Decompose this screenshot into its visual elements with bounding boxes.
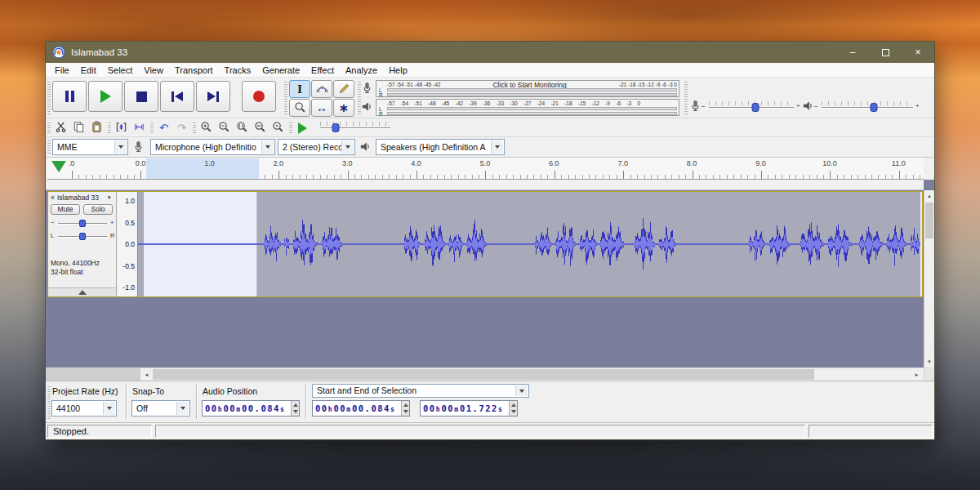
spinner-control[interactable] (291, 401, 299, 416)
stop-button[interactable] (124, 81, 158, 112)
silence-audio-button[interactable] (131, 120, 148, 136)
scroll-up-button[interactable]: ▲ (924, 190, 934, 202)
menu-item[interactable]: View (138, 65, 169, 75)
draw-tool-button[interactable] (333, 80, 354, 98)
undo-button[interactable]: ↶ (155, 120, 172, 136)
slider-thumb[interactable] (332, 123, 339, 132)
hours-value[interactable]: 00 (423, 403, 436, 413)
fit-project-button[interactable] (252, 120, 269, 136)
project-rate-select[interactable]: 44100 (51, 400, 117, 416)
spinner-control[interactable] (509, 401, 517, 416)
scroll-left-button[interactable]: ◄ (140, 368, 153, 381)
horizontal-scroll-thumb[interactable] (153, 369, 814, 380)
title-bar[interactable]: Islamabad 33 – × (46, 42, 934, 63)
track-title[interactable]: Islamabad 33 (57, 194, 108, 202)
minutes-value[interactable]: 00 (441, 403, 454, 413)
pause-button[interactable] (52, 81, 87, 112)
hours-value[interactable]: 00 (315, 403, 328, 413)
vertical-scroll-thumb[interactable] (925, 203, 933, 238)
seconds-value[interactable]: 01.722 (460, 403, 498, 413)
selection-end-field[interactable]: 00h 00m 01.722s (420, 400, 518, 416)
toolbar-grip[interactable] (108, 122, 111, 133)
play-at-speed-button[interactable] (294, 120, 311, 136)
seconds-value[interactable]: 00.084 (352, 403, 390, 413)
toolbar-grip[interactable] (284, 81, 287, 114)
skip-to-start-button[interactable] (160, 81, 194, 112)
maximize-button[interactable] (869, 42, 902, 63)
menu-item[interactable]: Generate (256, 65, 305, 75)
paste-button[interactable] (88, 120, 105, 136)
zoom-out-button[interactable] (216, 120, 233, 136)
toolbar-grip[interactable] (47, 140, 51, 154)
close-button[interactable]: × (902, 42, 934, 63)
toolbar-grip[interactable] (289, 122, 292, 133)
play-speed-slider[interactable] (320, 121, 390, 132)
playback-meter[interactable]: -57 -54 -51 -48 -45 -42 -39 -36 -33 -30 … (376, 99, 679, 116)
menu-item[interactable]: Tracks (219, 65, 257, 75)
track-collapse-button[interactable] (48, 287, 116, 296)
recording-volume-slider[interactable] (709, 100, 794, 112)
scroll-right-button[interactable]: ► (911, 368, 923, 381)
slider-thumb[interactable] (79, 233, 86, 240)
play-button[interactable] (88, 81, 122, 112)
minutes-value[interactable]: 00 (223, 403, 236, 413)
monitor-label[interactable]: Click to Start Monitoring (492, 82, 566, 88)
zoom-in-button[interactable] (198, 120, 215, 136)
audio-host-select[interactable]: MME (52, 139, 128, 155)
recording-channels-select[interactable]: 2 (Stereo) Recor (278, 139, 355, 155)
selection-mode-select[interactable]: Start and End of Selection (312, 384, 529, 398)
zoom-toggle-button[interactable] (270, 120, 287, 136)
scrub-ruler[interactable] (46, 180, 924, 190)
toolbar-grip[interactable] (684, 81, 688, 114)
seconds-value[interactable]: 00.084 (242, 403, 280, 413)
minutes-value[interactable]: 00 (333, 403, 346, 413)
gain-slider[interactable] (58, 218, 107, 228)
toolbar-grip[interactable] (150, 122, 154, 133)
multi-tool-button[interactable]: ∗ (333, 99, 354, 117)
menu-item[interactable]: File (49, 65, 75, 75)
playback-device-select[interactable]: Speakers (High Definition A (376, 139, 505, 155)
menu-item[interactable]: Select (102, 65, 139, 75)
menu-item[interactable]: Help (383, 65, 413, 75)
zoom-tool-button[interactable] (289, 99, 310, 117)
record-button[interactable] (242, 81, 276, 112)
spinner-control[interactable] (401, 401, 409, 416)
selection-tool-button[interactable]: I (289, 80, 310, 98)
menu-item[interactable]: Edit (75, 65, 102, 75)
redo-button[interactable]: ↷ (173, 120, 190, 136)
menu-item[interactable]: Transport (169, 65, 219, 75)
minimize-button[interactable]: – (836, 42, 869, 63)
selection-start-field[interactable]: 00h 00m 00.084s (312, 400, 410, 416)
horizontal-scrollbar[interactable]: ◄ ► (46, 368, 934, 381)
playback-volume-slider[interactable] (822, 100, 913, 112)
pan-slider[interactable] (58, 231, 107, 241)
menu-item[interactable]: Analyze (340, 65, 383, 75)
toolbar-grip[interactable] (193, 122, 196, 133)
scroll-down-button[interactable]: ▼ (924, 356, 934, 368)
snap-to-select[interactable]: Off (131, 400, 190, 416)
solo-button[interactable]: Solo (83, 204, 113, 215)
track-close-icon[interactable]: × (48, 194, 57, 202)
hours-value[interactable]: 00 (205, 403, 218, 413)
mute-button[interactable]: Mute (51, 204, 80, 215)
fit-selection-button[interactable] (234, 120, 251, 136)
slider-thumb[interactable] (870, 103, 877, 112)
recording-meter[interactable]: -57 -54 -51 -48 -45 -42 Click to Start M… (376, 80, 679, 97)
time-shift-tool-button[interactable]: ↔ (311, 99, 332, 117)
skip-to-end-button[interactable] (196, 81, 230, 112)
copy-button[interactable] (70, 120, 87, 136)
toolbar-grip[interactable] (47, 81, 51, 114)
pinned-play-head-icon[interactable] (51, 161, 66, 172)
trim-audio-button[interactable] (113, 120, 130, 136)
slider-thumb[interactable] (752, 103, 760, 112)
recording-device-select[interactable]: Microphone (High Definitio (150, 139, 275, 155)
toolbar-grip[interactable] (47, 122, 51, 133)
menu-item[interactable]: Effect (305, 65, 340, 75)
slider-thumb[interactable] (79, 220, 86, 227)
toolbar-grip[interactable] (47, 385, 51, 419)
track-menu-icon[interactable]: ▾ (108, 194, 116, 201)
timeline-ruler[interactable]: .00.01.02.03.04.05.06.07.08.09.010.011.0 (47, 158, 924, 180)
audio-position-field[interactable]: 00h 00m 00.084s (202, 400, 300, 416)
cut-button[interactable] (52, 120, 69, 136)
vertical-scale-ruler[interactable]: 1.00.50.0-0.5-1.0 (117, 192, 138, 296)
